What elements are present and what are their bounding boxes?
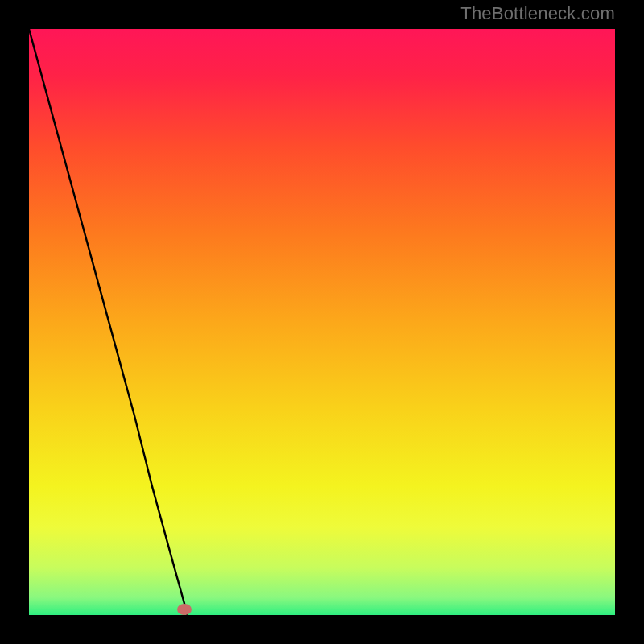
minimum-marker [177, 604, 192, 615]
plot-area [29, 29, 615, 615]
chart-frame: TheBottleneck.com [0, 0, 644, 644]
bottleneck-curve [29, 29, 615, 615]
watermark-text: TheBottleneck.com [460, 3, 615, 24]
